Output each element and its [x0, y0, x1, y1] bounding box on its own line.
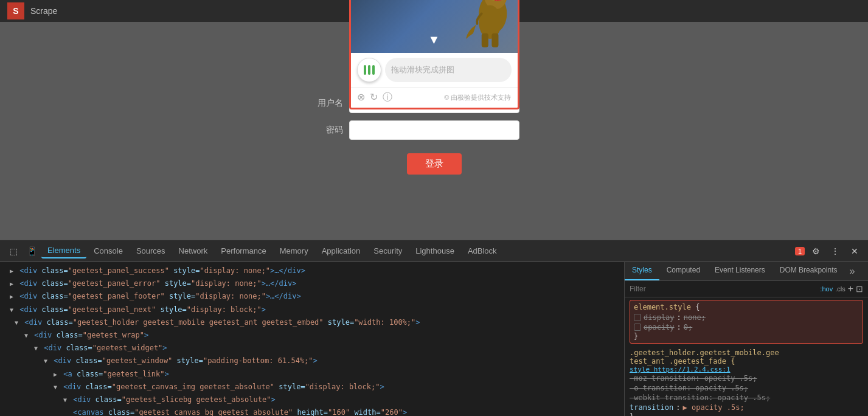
browser-logo: S [7, 2, 24, 19]
page-title: Scrape [30, 6, 57, 16]
html-panel: ▶ <div class="geetest_panel_success" sty… [0, 262, 625, 416]
login-btn-row: 登录 [313, 153, 556, 175]
tab-dom-breakpoints[interactable]: DOM Breakpoints [773, 262, 845, 280]
triangle-icon[interactable]: ▶ [10, 280, 13, 287]
refresh-icon[interactable]: ↻ [370, 91, 378, 104]
tab-console[interactable]: Console [88, 244, 129, 258]
password-input[interactable] [349, 120, 519, 140]
triangle-icon[interactable]: ▼ [63, 397, 67, 403]
tab-styles[interactable]: Styles [625, 262, 659, 280]
tab-application[interactable]: Application [316, 244, 367, 258]
devtools-toolbar: ⬚ 📱 Elements Console Sources Network Per… [0, 240, 868, 262]
element-style-header: element.style { [634, 303, 859, 311]
triangle-icon[interactable]: ▼ [15, 319, 18, 326]
tab-performance[interactable]: Performance [215, 244, 272, 258]
devtools-panel: ⬚ 📱 Elements Console Sources Network Per… [0, 240, 868, 416]
tab-elements[interactable]: Elements [41, 243, 86, 258]
add-style-icon[interactable]: + [848, 283, 853, 294]
devtools-body: ▶ <div class="geetest_panel_success" sty… [0, 262, 868, 416]
devtools-toolbar-right: 1 ⚙ ⋮ ✕ [795, 243, 863, 260]
element-style-block: element.style { display : none; opacity … [630, 300, 863, 344]
html-line: ▼ <div class="geetest_slicebg geetest_ab… [0, 393, 624, 406]
html-line: ▼ <div class="geetest_wrap"> [0, 329, 624, 342]
styles-filter-bar: :hov .cls + ⊡ [625, 281, 868, 297]
devtools-device-icon[interactable]: 📱 [23, 243, 40, 260]
styles-panel: Styles Computed Event Listeners DOM Brea… [625, 262, 868, 416]
property-checkbox[interactable] [634, 324, 641, 331]
style-property: -moz-transition: opacity .5s; [630, 373, 863, 383]
devtools-inspect-icon[interactable]: ⬚ [5, 243, 22, 260]
style-block-footer: } [634, 332, 859, 341]
close-circle-icon[interactable]: ⊗ [357, 91, 365, 104]
layout-icon[interactable]: ⊡ [856, 284, 863, 294]
triangle-icon[interactable]: ▼ [44, 358, 47, 364]
html-line: ▶ <div class="geetest_panel_error" style… [0, 277, 624, 290]
cls-toggle[interactable]: .cls [835, 285, 845, 293]
html-line: ▼ <div class="geetest_panel_next" style=… [0, 303, 624, 316]
password-label: 密码 [313, 125, 343, 136]
devtools-more-icon[interactable]: ⋮ [827, 243, 844, 260]
property-checkbox[interactable] [634, 314, 641, 321]
html-line: ▼ <div class="geetest_canvas_img geetest… [0, 381, 624, 393]
tab-sources[interactable]: Sources [130, 244, 172, 258]
captcha-footer-icons: ⊗ ↻ ⓘ [357, 91, 392, 104]
password-row: 密码 [313, 120, 556, 140]
username-label: 用户名 [313, 98, 343, 109]
style-property: transition : ▶ opacity .5s; [630, 403, 863, 412]
triangle-icon[interactable]: ▶ [10, 293, 13, 300]
triangle-icon[interactable]: ▼ [24, 332, 28, 339]
captcha-footer: ⊗ ↻ ⓘ © 由极验提供技术支持 [351, 87, 518, 108]
captcha-popup: 出现小怪兽时 需要再试一次哦 ▼ 拖动滑块完成拼图 ⊗ [349, 0, 519, 109]
triangle-icon[interactable]: ▼ [34, 345, 38, 352]
tab-event-listeners[interactable]: Event Listeners [707, 262, 773, 280]
hov-toggle[interactable]: :hov [820, 285, 833, 293]
style-property: -o-transition: opacity .5s; [630, 383, 863, 393]
devtools-close-icon[interactable]: ✕ [846, 243, 863, 260]
info-icon[interactable]: ⓘ [383, 91, 392, 104]
captcha-image-area: 出现小怪兽时 需要再试一次哦 ▼ [351, 0, 518, 53]
style-selector: .geetest_holder.geetest_mobile.geetest_a… [630, 348, 779, 366]
tab-network[interactable]: Network [173, 244, 214, 258]
slider-bars-icon [364, 65, 375, 75]
triangle-icon[interactable]: ▼ [10, 307, 13, 313]
style-property: -webkit-transition: opacity .5s; [630, 393, 863, 403]
tab-security[interactable]: Security [367, 244, 408, 258]
dinosaur-image [463, 0, 512, 53]
devtools-settings-icon[interactable]: ⚙ [807, 243, 824, 260]
style-property: display : none; [634, 313, 859, 322]
login-area: 出现小怪兽时 需要再试一次哦 ▼ 拖动滑块完成拼图 ⊗ [313, 88, 556, 175]
html-line: ▼ <div class="geetest_widget"> [0, 342, 624, 355]
tab-lighthouse[interactable]: Lighthouse [409, 244, 460, 258]
html-line: ▶ <div class="geetest_panel_footer" styl… [0, 290, 624, 303]
slider-handle[interactable] [357, 58, 381, 82]
error-count-badge: 1 [795, 247, 805, 255]
captcha-arrow-icon: ▼ [428, 33, 440, 47]
login-button[interactable]: 登录 [407, 153, 462, 175]
style-source-link[interactable]: style https://1.2.4.css:1 [630, 366, 731, 373]
styles-tabs: Styles Computed Event Listeners DOM Brea… [625, 262, 868, 281]
triangle-icon[interactable]: ▶ [10, 268, 13, 274]
tab-memory[interactable]: Memory [274, 244, 314, 258]
html-line: ▼ <div class="geetest_window" style="pad… [0, 355, 624, 367]
captcha-slider-area: 拖动滑块完成拼图 [351, 53, 518, 87]
tab-adblock[interactable]: AdBlock [462, 244, 503, 258]
style-block-footer: } [630, 412, 863, 416]
styles-content: element.style { display : none; opacity … [625, 297, 868, 416]
html-line: ▼ <div class="geetest_holder geetest_mob… [0, 316, 624, 329]
slider-track[interactable]: 拖动滑块完成拼图 [385, 58, 512, 82]
svg-rect-6 [481, 33, 488, 47]
html-line: ▶ <a class="geetest_link"> [0, 368, 624, 381]
triangle-icon[interactable]: ▶ [54, 371, 57, 378]
svg-point-5 [479, 5, 501, 38]
style-property: opacity : 0; [634, 322, 859, 332]
tab-computed[interactable]: Computed [659, 262, 707, 280]
main-content: 出现小怪兽时 需要再试一次哦 ▼ 拖动滑块完成拼图 ⊗ [0, 22, 868, 240]
html-line: ▶ <div class="geetest_panel_success" sty… [0, 265, 624, 277]
captcha-brand: © 由极验提供技术支持 [444, 93, 511, 102]
styles-filter-input[interactable] [630, 285, 820, 293]
svg-rect-7 [491, 33, 498, 47]
html-line: <canvas class="geetest_canvas_bg geetest… [0, 406, 624, 416]
triangle-icon[interactable]: ▼ [54, 384, 57, 390]
style-rule-1: .geetest_holder.geetest_mobile.geetest_a… [630, 348, 863, 416]
styles-tabs-more[interactable]: » [844, 262, 859, 280]
